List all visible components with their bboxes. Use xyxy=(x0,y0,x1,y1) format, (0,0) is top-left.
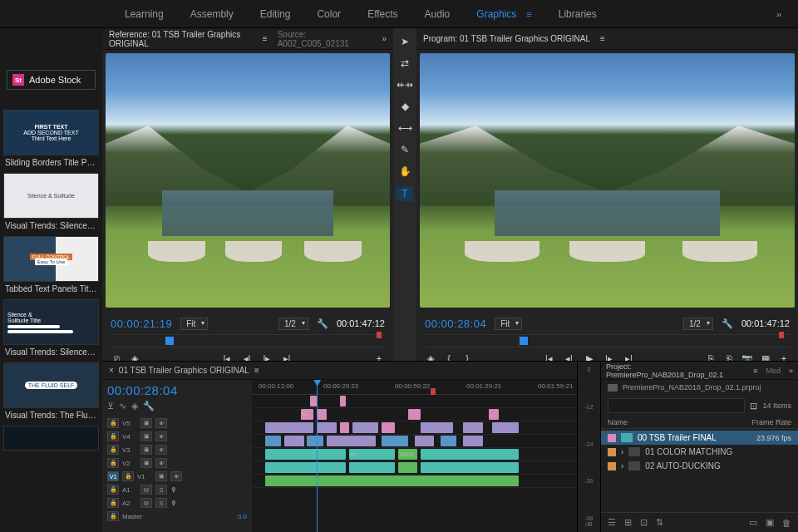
zoom-slider-icon[interactable]: ⇅ xyxy=(656,517,663,528)
clip[interactable] xyxy=(340,422,350,433)
snap-icon[interactable]: ⊻ xyxy=(107,401,114,411)
playhead[interactable] xyxy=(317,380,318,532)
add-marker-icon[interactable]: ◈ xyxy=(131,401,138,411)
settings-icon[interactable]: 🔧 xyxy=(317,318,328,329)
track-header-a2[interactable]: 🔒A2MS🎙 xyxy=(107,496,247,510)
track-v3[interactable] xyxy=(252,421,577,435)
clip[interactable] xyxy=(265,422,314,433)
eye-icon[interactable]: 👁 xyxy=(155,418,167,428)
settings-icon[interactable]: 🔧 xyxy=(722,318,733,329)
reference-scrubber[interactable] xyxy=(111,334,385,347)
filter-bin-icon[interactable]: ⊡ xyxy=(750,401,757,411)
template-item[interactable]: FIRST TEXTADD SECOND TEXTThird Text Here… xyxy=(3,110,99,170)
clip[interactable] xyxy=(421,462,518,473)
workspace-tab-color[interactable]: Color xyxy=(317,8,341,20)
column-name[interactable]: Name xyxy=(608,418,751,426)
panel-menu-icon[interactable]: ≡ xyxy=(263,34,268,43)
track-v1[interactable]: fxA003 xyxy=(252,448,577,461)
razor-tool-icon[interactable]: ◆ xyxy=(398,100,411,113)
lock-icon[interactable]: 🔒 xyxy=(107,511,119,521)
eye-icon[interactable]: 👁 xyxy=(155,445,167,455)
ripple-edit-tool-icon[interactable]: ⇷⇸ xyxy=(398,78,411,91)
out-marker[interactable] xyxy=(779,332,784,338)
program-scrubber[interactable] xyxy=(425,334,790,347)
selection-tool-icon[interactable]: ➤ xyxy=(398,35,411,48)
lock-icon[interactable]: 🔒 xyxy=(107,431,119,441)
clip[interactable] xyxy=(382,422,395,433)
reference-viewer[interactable] xyxy=(102,50,393,311)
track-header-v5[interactable]: 🔒V5▣👁 xyxy=(107,416,247,430)
panel-menu-icon[interactable]: ≡ xyxy=(753,367,757,375)
project-item[interactable]: 00 TSB Trailer FINAL 23.976 fps xyxy=(601,431,798,445)
clip[interactable] xyxy=(349,462,395,473)
track-header-v3[interactable]: 🔒V3▣👁 xyxy=(107,443,247,456)
out-marker[interactable] xyxy=(377,332,382,338)
program-in-timecode[interactable]: 00:00:28:04 xyxy=(425,318,486,330)
clip[interactable] xyxy=(340,396,347,406)
lock-icon[interactable]: 🔒 xyxy=(107,485,119,495)
pen-tool-icon[interactable]: ✎ xyxy=(398,143,411,156)
expand-icon[interactable]: › xyxy=(621,447,623,456)
clip[interactable] xyxy=(352,422,378,433)
track-v5[interactable] xyxy=(252,395,577,408)
clip[interactable] xyxy=(463,436,482,446)
marker-icon[interactable] xyxy=(431,388,436,395)
workspace-tab-assembly[interactable]: Assembly xyxy=(190,8,234,20)
new-bin-icon[interactable]: ▭ xyxy=(749,517,757,528)
eye-icon[interactable]: 👁 xyxy=(155,431,167,441)
project-columns-header[interactable]: Name Frame Rate xyxy=(601,416,798,429)
clip[interactable]: fx xyxy=(301,409,314,420)
program-zoom-dropdown[interactable]: Fit xyxy=(495,318,522,330)
project-item[interactable]: › 01 COLOR MATCHING xyxy=(601,445,798,459)
project-search-input[interactable] xyxy=(608,398,745,413)
lock-icon[interactable]: 🔒 xyxy=(107,498,119,508)
expand-icon[interactable]: › xyxy=(621,461,623,470)
mute-button[interactable]: M xyxy=(140,485,152,495)
clip[interactable] xyxy=(421,422,453,433)
reference-in-timecode[interactable]: 00:00:21:19 xyxy=(111,318,172,330)
workspace-overflow-icon[interactable]: » xyxy=(776,9,781,19)
lock-icon[interactable]: 🔒 xyxy=(107,458,119,468)
new-item-icon[interactable]: ▣ xyxy=(766,517,774,528)
clip[interactable]: fx xyxy=(349,449,395,460)
workspace-tab-effects[interactable]: Effects xyxy=(367,8,397,20)
program-resolution-dropdown[interactable]: 1/2 xyxy=(683,318,713,330)
program-tab[interactable]: Program: 01 TSB Trailer Graphics ORIGINA… xyxy=(423,34,590,43)
clip[interactable] xyxy=(421,449,518,460)
template-item[interactable]: FULL CONTROLEasy To UseTabbed Text Panel… xyxy=(3,236,99,296)
clip[interactable] xyxy=(265,462,347,473)
clip[interactable] xyxy=(284,436,303,446)
column-framerate[interactable]: Frame Rate xyxy=(751,418,791,426)
mic-icon[interactable]: 🎙 xyxy=(170,486,177,494)
clip[interactable] xyxy=(317,422,336,433)
clip[interactable]: A003 xyxy=(398,449,417,460)
track-header-master[interactable]: 🔒Master0.0 xyxy=(107,510,247,523)
media-browser-tab[interactable]: Med xyxy=(766,367,781,375)
icon-view-icon[interactable]: ⊞ xyxy=(624,517,632,528)
workspace-tab-libraries[interactable]: Libraries xyxy=(559,8,597,20)
playhead-marker[interactable] xyxy=(165,337,174,345)
clip[interactable] xyxy=(492,422,518,433)
clip[interactable] xyxy=(317,409,327,420)
slip-tool-icon[interactable]: ⟷ xyxy=(398,121,411,135)
lock-icon[interactable]: 🔒 xyxy=(122,471,134,481)
overflow-icon[interactable]: » xyxy=(382,34,387,43)
freeform-view-icon[interactable]: ⊡ xyxy=(640,517,648,528)
template-item[interactable] xyxy=(3,426,99,451)
lock-icon[interactable]: 🔒 xyxy=(107,445,119,455)
lock-icon[interactable]: 🔒 xyxy=(107,418,119,428)
reference-resolution-dropdown[interactable]: 1/2 xyxy=(278,318,308,330)
panel-menu-icon[interactable]: ≡ xyxy=(254,366,259,375)
hand-tool-icon[interactable]: ✋ xyxy=(398,165,411,178)
clip[interactable] xyxy=(408,409,421,420)
label-swatch[interactable] xyxy=(608,462,616,470)
track-a1[interactable] xyxy=(252,461,577,475)
template-item[interactable]: Silence &Solitude TitleVisual Trends: Si… xyxy=(3,299,99,359)
list-view-icon[interactable]: ☰ xyxy=(608,517,616,528)
timeline-ruler[interactable]: 00:00:13:00 00:00:29:23 00:00:59:22 00:0… xyxy=(252,380,577,395)
solo-button[interactable]: S xyxy=(155,498,167,508)
track-header-a1[interactable]: 🔒A1MS🎙 xyxy=(107,483,247,496)
template-item[interactable]: Silence & SolitudeVisual Trends: Silence… xyxy=(3,173,99,233)
track-v4[interactable]: fx xyxy=(252,408,577,421)
trash-icon[interactable]: 🗑 xyxy=(782,518,791,528)
